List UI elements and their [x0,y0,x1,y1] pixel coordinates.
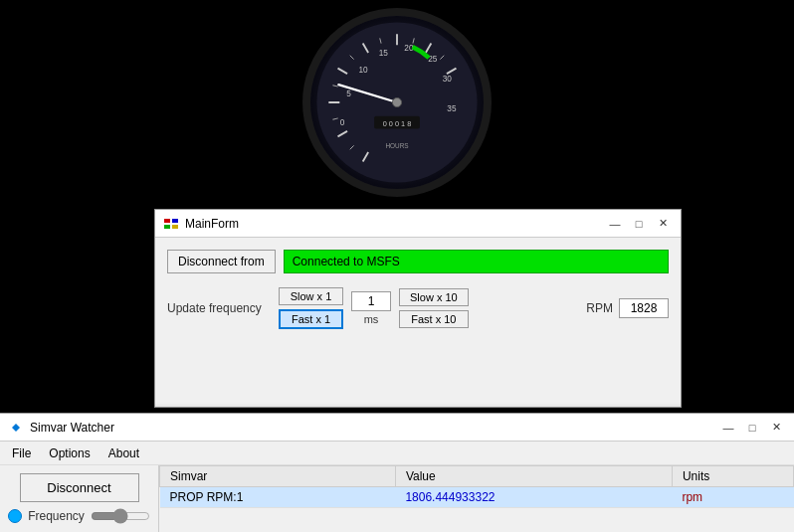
col-value: Value [395,466,672,487]
slow-x10-button[interactable]: Slow x 10 [399,288,469,306]
svg-text:15: 15 [379,49,389,58]
rpm-gauge: 0 5 10 15 20 25 30 35 0 0 0 1 8 HOURS [302,8,492,197]
simvar-maximize-button[interactable]: □ [742,419,762,437]
simvar-table-area: Simvar Value Units PROP RPM:11806.444933… [159,465,794,532]
simvar-left-panel: Disconnect Frequency [0,465,159,532]
svg-rect-29 [164,219,170,223]
svg-rect-31 [164,225,170,229]
table-row[interactable]: PROP RPM:11806.444933322rpm [160,487,794,508]
freq-slider-area [91,508,150,524]
main-form-content: Disconnect from Connected to MSFS Update… [155,238,681,341]
connection-row: Disconnect from Connected to MSFS [167,250,669,273]
rpm-label: RPM [586,301,613,315]
svg-text:0 0 0 1 8: 0 0 0 1 8 [383,118,411,127]
menu-file[interactable]: File [4,444,39,462]
col-units: Units [672,466,793,487]
connection-status: Connected to MSFS [284,250,669,273]
svg-rect-30 [172,219,178,223]
simvar-body: Disconnect Frequency Simvar Value Units [0,465,794,532]
simvar-table: Simvar Value Units PROP RPM:11806.444933… [159,465,794,508]
menu-options[interactable]: Options [41,444,98,462]
fast-x1-button[interactable]: Fast x 1 [279,309,343,329]
frequency-row: Update frequency Slow x 1 Fast x 1 ms Sl… [167,287,669,329]
simvar-titlebar-controls: — □ ✕ [718,419,786,437]
simvar-minimize-button[interactable]: — [718,419,738,437]
mainform-app-icon [163,216,179,232]
simvar-titlebar: Simvar Watcher — □ ✕ [0,414,794,442]
simvar-close-button[interactable]: ✕ [766,419,786,437]
svg-text:HOURS: HOURS [385,141,408,148]
simvar-name-cell: PROP RPM:1 [160,487,396,508]
disconnect-from-button[interactable]: Disconnect from [167,250,276,273]
frequency-label: Update frequency [167,301,267,315]
menu-about[interactable]: About [100,444,147,462]
svg-text:0: 0 [340,117,345,126]
svg-rect-32 [172,225,178,229]
fast-x10-button[interactable]: Fast x 10 [399,310,469,328]
simvar-freq-area: Frequency [0,508,158,524]
col-simvar: Simvar [160,466,396,487]
svg-text:10: 10 [359,65,369,74]
freq-buttons-left: Slow x 1 Fast x 1 [279,287,343,329]
simvar-frequency-label: Frequency [28,509,85,523]
svg-text:35: 35 [447,104,457,113]
simvar-menubar: File Options About [0,442,794,465]
svg-point-25 [392,97,401,106]
freq-value-input[interactable] [351,291,391,311]
freq-value-area: ms [351,291,391,325]
rpm-value: 1828 [619,298,669,318]
simvar-disconnect-button[interactable]: Disconnect [20,473,139,502]
minimize-button[interactable]: — [605,215,625,233]
simvar-value-cell: 1806.444933322 [395,487,672,508]
gauge-area: 0 5 10 15 20 25 30 35 0 0 0 1 8 HOURS [0,0,794,204]
simvar-watcher-window: Simvar Watcher — □ ✕ File Options About … [0,413,794,532]
main-form-title: MainForm [185,217,239,231]
close-button[interactable]: ✕ [653,215,673,233]
slow-x1-button[interactable]: Slow x 1 [279,287,343,305]
rpm-area: RPM 1828 [586,298,669,318]
svg-text:30: 30 [443,74,453,83]
simvar-titlebar-left: Simvar Watcher [8,420,114,436]
freq-indicator [8,509,22,523]
titlebar-left: MainForm [163,216,239,232]
table-header-row: Simvar Value Units [160,466,794,487]
maximize-button[interactable]: □ [629,215,649,233]
freq-slider[interactable] [91,508,150,524]
titlebar-controls: — □ ✕ [605,215,673,233]
simvar-watcher-title: Simvar Watcher [30,421,114,435]
freq-unit-label: ms [364,313,379,325]
simvar-app-icon [8,420,24,436]
svg-text:5: 5 [346,89,351,97]
freq-buttons-right: Slow x 10 Fast x 10 [399,288,469,328]
main-form-titlebar: MainForm — □ ✕ [155,210,681,238]
main-form-window: MainForm — □ ✕ Disconnect from Connected… [154,209,682,408]
simvar-units-cell: rpm [672,487,793,508]
